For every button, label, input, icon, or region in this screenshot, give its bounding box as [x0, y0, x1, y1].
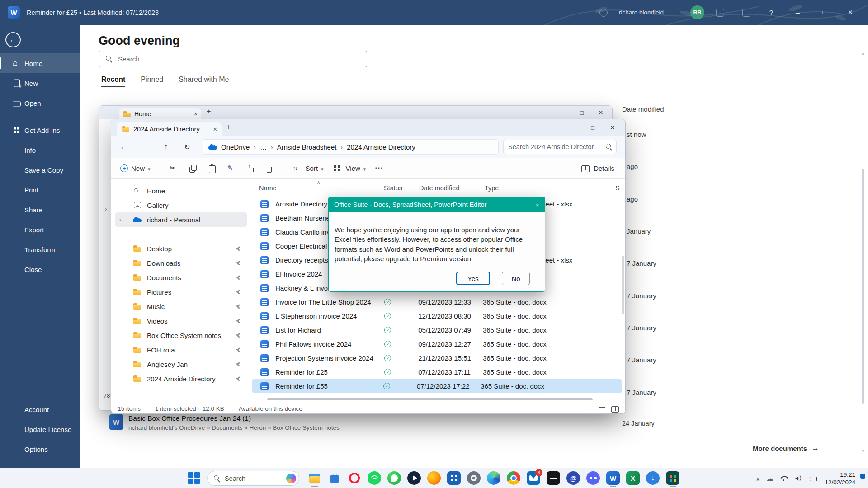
- breadcrumb-item[interactable]: 2024 Arnside Directory: [347, 143, 415, 151]
- close-button[interactable]: [591, 106, 610, 119]
- sidebar-item[interactable]: Share: [0, 200, 80, 220]
- file-row[interactable]: Invoice for The Little Shop 2024 09/12/2…: [252, 295, 625, 309]
- sidebar-item[interactable]: Open: [0, 93, 80, 113]
- nav-item[interactable]: Anglesey Jan: [115, 357, 247, 371]
- tab[interactable]: Shared with Me: [179, 75, 229, 87]
- details-view-icon[interactable]: [611, 405, 619, 413]
- chevron-right-icon[interactable]: [119, 216, 121, 223]
- recent-doc-row[interactable]: ago: [627, 150, 703, 183]
- nav-item[interactable]: richard - Personal: [115, 212, 247, 227]
- avatar[interactable]: RB: [690, 5, 704, 19]
- column-header-name[interactable]: Name: [259, 184, 384, 192]
- horizontal-scrollbar[interactable]: [267, 398, 606, 401]
- column-header-status[interactable]: Status: [384, 184, 419, 192]
- word-search-input[interactable]: [99, 51, 367, 67]
- nav-item[interactable]: Home: [115, 183, 247, 198]
- scrollbar-thumb[interactable]: [862, 169, 864, 404]
- onedrive-tray-icon[interactable]: [766, 474, 773, 483]
- up-button[interactable]: [158, 139, 174, 155]
- taskbar-app[interactable]: [547, 471, 560, 485]
- taskbar-app[interactable]: [447, 471, 461, 485]
- file-row[interactable]: Phil Fallows invoice 2024 09/12/2023 12:…: [252, 337, 625, 351]
- sidebar-item[interactable]: Update License: [0, 419, 80, 439]
- delete-button[interactable]: [264, 164, 274, 173]
- sidebar-item[interactable]: Close: [0, 259, 80, 279]
- new-tab-button[interactable]: [226, 122, 231, 131]
- taskbar-search[interactable]: Search: [207, 471, 299, 486]
- column-header-size[interactable]: S: [615, 184, 624, 192]
- share-icon[interactable]: [716, 9, 724, 17]
- scroll-up-icon[interactable]: [860, 51, 866, 57]
- comments-icon[interactable]: [742, 9, 750, 17]
- nav-item[interactable]: FOH rota: [115, 343, 247, 357]
- refresh-button[interactable]: [179, 139, 195, 155]
- column-header-type[interactable]: Type: [485, 184, 615, 192]
- taskbar-app[interactable]: [368, 471, 381, 485]
- recent-doc-row[interactable]: 7 January: [627, 344, 703, 376]
- file-row[interactable]: Reminder for £25 07/12/2023 17:11 365 Su…: [252, 365, 625, 379]
- file-row[interactable]: List for Richard 05/12/2023 07:49 365 Su…: [252, 323, 625, 337]
- forward-button[interactable]: [137, 139, 152, 155]
- maximize-button[interactable]: [572, 106, 591, 119]
- cut-button[interactable]: [169, 164, 179, 173]
- clock[interactable]: 19:21 12/02/2024: [825, 471, 855, 486]
- tab-close-icon[interactable]: [213, 126, 217, 133]
- more-documents-link[interactable]: More documents: [753, 444, 819, 453]
- rename-button[interactable]: [226, 164, 236, 173]
- new-button[interactable]: New: [120, 164, 151, 172]
- sidebar-item[interactable]: Options: [0, 439, 80, 459]
- sidebar-item[interactable]: Info: [0, 140, 80, 160]
- battery-icon[interactable]: [810, 475, 818, 482]
- recent-doc-row[interactable]: ago: [627, 183, 703, 215]
- yes-button[interactable]: Yes: [456, 272, 490, 285]
- wifi-icon[interactable]: [780, 475, 788, 482]
- taskbar-app[interactable]: [566, 471, 580, 485]
- start-button[interactable]: [188, 472, 200, 484]
- new-tab-button[interactable]: [207, 108, 211, 116]
- sidebar-item[interactable]: Account: [0, 399, 80, 419]
- file-row[interactable]: Reminder for £55 07/12/2023 17:22 365 Su…: [252, 379, 622, 393]
- sidebar-item[interactable]: Transform: [0, 239, 80, 259]
- taskbar-app[interactable]: [646, 471, 660, 485]
- tray-overflow-icon[interactable]: [756, 474, 760, 482]
- taskbar-app[interactable]: [407, 471, 421, 485]
- share-button[interactable]: [245, 164, 255, 173]
- sidebar-item[interactable]: Print: [0, 180, 80, 200]
- notifications-icon[interactable]: [599, 9, 608, 17]
- explorer-tab[interactable]: 2024 Arnside Directory: [117, 122, 222, 136]
- taskbar-app[interactable]: [606, 471, 620, 485]
- taskbar-app[interactable]: [308, 471, 321, 485]
- nav-item[interactable]: Documents: [115, 270, 247, 285]
- nav-item[interactable]: 2024 Arnside Directory: [115, 371, 247, 386]
- more-options-button[interactable]: [375, 164, 385, 173]
- list-view-icon[interactable]: [598, 405, 606, 413]
- recent-document-row[interactable]: Basic Box Office Procedures Jan 24 (1) r…: [109, 414, 340, 431]
- breadcrumb-item[interactable]: OneDrive: [208, 143, 250, 151]
- close-button[interactable]: [603, 119, 623, 136]
- minimize-button[interactable]: [553, 106, 572, 119]
- taskbar-app[interactable]: [626, 471, 640, 485]
- minimize-button[interactable]: [791, 0, 805, 25]
- taskbar-app[interactable]: [387, 471, 401, 485]
- recent-doc-row[interactable]: January: [627, 215, 703, 247]
- file-row[interactable]: Projection Systems invoice 2024 21/12/20…: [252, 351, 625, 365]
- sidebar-item[interactable]: New: [0, 73, 80, 93]
- back-button[interactable]: [116, 139, 131, 155]
- dialog-close-icon[interactable]: [535, 201, 539, 209]
- chevron-right-icon[interactable]: [105, 205, 107, 212]
- tab[interactable]: Pinned: [141, 75, 163, 87]
- explorer-search-input[interactable]: [503, 140, 617, 154]
- recent-doc-row[interactable]: 7 January: [627, 312, 703, 344]
- nav-item[interactable]: Desktop: [115, 241, 247, 256]
- nav-item[interactable]: Videos: [115, 314, 247, 328]
- maximize-button[interactable]: [583, 119, 603, 136]
- recent-doc-row[interactable]: 7 January: [627, 376, 703, 408]
- sort-button[interactable]: Sort: [292, 164, 324, 173]
- account-name[interactable]: richard blomfield: [619, 0, 664, 25]
- taskbar-app[interactable]: [467, 471, 481, 485]
- taskbar-app[interactable]: [666, 471, 679, 485]
- volume-icon[interactable]: [795, 475, 803, 482]
- paste-button[interactable]: [207, 164, 217, 173]
- nav-item[interactable]: Music: [115, 299, 247, 314]
- maximize-button[interactable]: [817, 0, 831, 25]
